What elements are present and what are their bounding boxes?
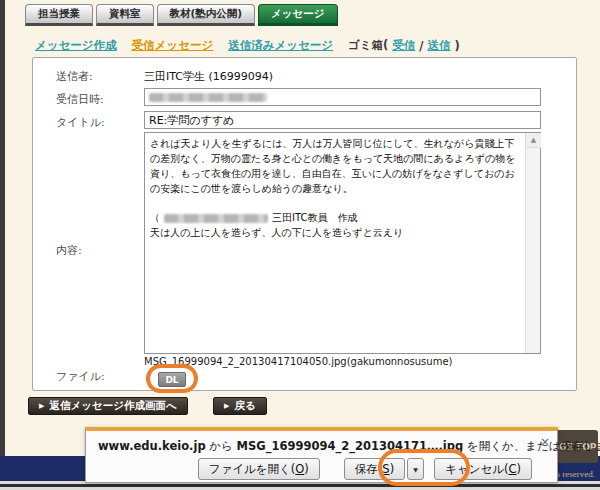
nav-create-message-link[interactable]: メッセージ作成 (35, 38, 117, 53)
open-file-button[interactable]: ファイルを開く(O) (198, 458, 320, 480)
title-value: RE:学問のすすめ (149, 113, 234, 128)
trash-label-close: ) (455, 39, 460, 53)
download-button[interactable]: DL (158, 372, 186, 387)
window-left-border (0, 0, 5, 458)
body-textarea[interactable]: されば天より人を生ずるには、万人は万人皆同じ位にして、生れながら貴賤上下の差別な… (144, 132, 541, 354)
app-window: 担当授業 資料室 教材(塾内公開) メッセージ メッセージ作成 受信メッセージ … (0, 0, 600, 490)
tab-assigned-classes[interactable]: 担当授業 (25, 4, 93, 26)
download-notification-bar: www.edu.keio.jp から MSG_16999094_2_201304… (85, 427, 558, 483)
redacted-date-value (149, 93, 267, 102)
nav-received-messages-link[interactable]: 受信メッセージ (132, 38, 214, 53)
arrow-icon: ▶ (39, 402, 44, 410)
close-icon[interactable]: × (540, 435, 550, 449)
received-date-label: 受信日時: (56, 92, 104, 107)
body-label: 内容: (56, 243, 82, 258)
trash-slash: / (419, 39, 423, 53)
textarea-scrollbar[interactable]: ▲ (525, 133, 540, 353)
scroll-up-icon[interactable]: ▲ (526, 133, 541, 148)
title-label: タイトル: (56, 115, 105, 130)
chevron-down-icon: ▼ (413, 466, 418, 473)
reply-button-label: 返信メッセージ作成画面へ (49, 399, 176, 413)
body-author-line: （三田ITC教員 作成 (150, 210, 520, 225)
back-button[interactable]: ▶ 戻る (213, 397, 267, 415)
sender-label: 送信者: (56, 69, 93, 84)
tab-message[interactable]: メッセージ (258, 4, 337, 26)
message-detail-panel: 送信者: 三田ITC学生 (16999094) 受信日時: タイトル: RE:学… (32, 57, 577, 391)
sender-value: 三田ITC学生 (16999094) (144, 69, 273, 84)
tab-resource-room[interactable]: 資料室 (96, 4, 154, 26)
window-bottom-edge (0, 484, 600, 487)
body-paragraph: されば天より人を生ずるには、万人は万人皆同じ位にして、生れながら貴賤上下の差別な… (150, 136, 520, 196)
reply-message-button[interactable]: ▶ 返信メッセージ作成画面へ (28, 397, 188, 415)
cancel-button[interactable]: キャンセル(C) (434, 458, 532, 480)
back-button-label: 戻る (234, 399, 255, 413)
tab-materials[interactable]: 教材(塾内公開) (157, 4, 256, 26)
download-filename: MSG_16999094_2_201304171….jpg (236, 439, 463, 453)
body-quote-line: 天は人の上に人を造らず、人の下に人を造らずと云えり (150, 225, 520, 240)
trash-sent-link[interactable]: 送信 (428, 38, 451, 53)
download-host: www.edu.keio.jp (98, 439, 206, 453)
attachment-file-name: MSG_16999094_2_20130417104050.jpg(gakumo… (144, 356, 452, 367)
save-button[interactable]: 保存(S) (344, 458, 405, 480)
body-text: されば天より人を生ずるには、万人は万人皆同じ位にして、生れながら貴賤上下の差別な… (150, 136, 520, 240)
received-date-field[interactable] (144, 88, 541, 106)
nav-trash-group: ゴミ箱( 受信 / 送信 ) (348, 38, 460, 53)
trash-received-link[interactable]: 受信 (392, 38, 415, 53)
trash-label: ゴミ箱( (348, 38, 388, 53)
message-nav: メッセージ作成 受信メッセージ 送信済みメッセージ ゴミ箱( 受信 / 送信 ) (35, 38, 460, 53)
tab-bar: 担当授業 資料室 教材(塾内公開) メッセージ (25, 4, 338, 26)
redacted-author-info (164, 214, 268, 223)
arrow-icon: ▶ (224, 402, 229, 410)
save-dropdown-button[interactable]: ▼ (407, 458, 424, 480)
file-label: ファイル: (56, 369, 105, 384)
download-bar-buttons: ファイルを開く(O) 保存(S) ▼ キャンセル(C) (198, 458, 532, 480)
download-prompt-text: www.edu.keio.jp から MSG_16999094_2_201304… (98, 439, 600, 454)
nav-sent-messages-link[interactable]: 送信済みメッセージ (228, 38, 333, 53)
title-field[interactable]: RE:学問のすすめ (144, 111, 541, 129)
